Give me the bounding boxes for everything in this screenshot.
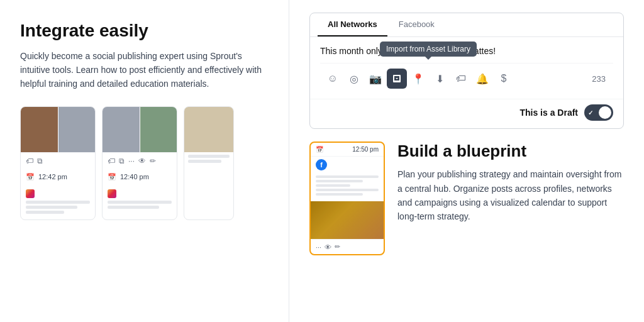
mobile-time: 12:50 pm: [352, 146, 379, 153]
mobile-eye-icon[interactable]: 👁: [325, 243, 331, 251]
post-card-2-image: [103, 107, 177, 152]
bottom-section: 📅 12:50 pm f ··· 👁 ✏: [309, 142, 624, 255]
post-card-1-actions: 🏷 ⧉: [21, 152, 95, 169]
ml4: [316, 189, 379, 191]
edit-icon-2[interactable]: ✏: [150, 157, 156, 165]
char-count: 233: [592, 74, 606, 84]
location-button[interactable]: 📍: [408, 69, 428, 89]
c3line1: [188, 155, 230, 158]
card3-img: [184, 107, 233, 152]
right-panel: All Networks Facebook This month only, e…: [289, 0, 644, 322]
mobile-more-icon[interactable]: ···: [316, 243, 321, 251]
card1-time: 12:42 pm: [38, 173, 67, 180]
camera-button[interactable]: 📷: [365, 69, 386, 89]
c3line2: [188, 160, 221, 163]
facebook-icon: f: [316, 159, 327, 170]
mobile-edit-icon[interactable]: ✏: [335, 243, 340, 251]
tab-all-networks[interactable]: All Networks: [318, 13, 387, 36]
mobile-cal-icon: 📅: [316, 146, 323, 153]
card1-img-left: [21, 107, 58, 152]
line2: [26, 206, 77, 209]
instagram-icon-1: [26, 189, 35, 198]
tag-icon-2[interactable]: 🏷: [108, 157, 115, 165]
copy-icon[interactable]: ⧉: [37, 157, 43, 165]
mention-button[interactable]: ◎: [344, 69, 364, 89]
card2-img-left: [103, 107, 140, 152]
post-card-1-image: [21, 107, 95, 152]
tab-facebook[interactable]: Facebook: [389, 13, 445, 36]
c2line1: [108, 201, 172, 204]
mobile-preview-header: 📅 12:50 pm: [311, 143, 384, 157]
toolbar-wrapper: Import from Asset Library ☺ ◎ 📷: [320, 63, 613, 94]
mobile-preview: 📅 12:50 pm f ··· 👁 ✏: [309, 142, 385, 255]
composer-toolbar: ☺ ◎ 📷 📍 ⬇ 🏷: [320, 63, 613, 94]
eye-icon-2[interactable]: 👁: [138, 157, 146, 165]
post-card-2-actions: 🏷 ⧉ ··· 👁 ✏: [103, 152, 177, 169]
post-card-3-image: [184, 107, 233, 152]
composer: All Networks Facebook This month only, e…: [309, 13, 624, 129]
more-icon-2[interactable]: ···: [128, 157, 135, 165]
tag-icon[interactable]: 🏷: [26, 157, 33, 165]
tag-button[interactable]: 🏷: [451, 69, 471, 89]
card2-img-right: [140, 107, 177, 152]
blueprint-body: Plan your publishing strategy and mainta…: [397, 167, 624, 224]
import-tooltip: Import from Asset Library: [380, 42, 477, 57]
card3-lines: [184, 152, 233, 167]
mobile-text-lines: [311, 172, 384, 201]
post-card-2: 🏷 ⧉ ··· 👁 ✏ 📅 12:40 pm: [102, 106, 177, 220]
copy-icon-2[interactable]: ⧉: [119, 157, 125, 165]
left-panel: Integrate easily Quickly become a social…: [0, 0, 289, 322]
card2-time: 12:40 pm: [120, 173, 149, 180]
instagram-icon-2: [108, 189, 116, 198]
composer-body: This month only, enjoy half-priced iced …: [310, 37, 623, 99]
draft-toggle[interactable]: ✓: [584, 104, 613, 121]
ml5: [316, 193, 363, 196]
ml1: [316, 175, 379, 178]
calendar-icon-2: 📅: [108, 173, 116, 181]
alarm-button[interactable]: 🔔: [472, 69, 492, 89]
c2line2: [108, 206, 159, 209]
line1: [26, 201, 90, 204]
left-body: Quickly become a social publishing exper…: [20, 49, 264, 91]
mobile-social-row: f: [311, 157, 384, 172]
mobile-footer-actions: ··· 👁 ✏: [311, 239, 384, 254]
card1-lines: [21, 185, 95, 219]
blueprint-section: Build a blueprint Plan your publishing s…: [397, 142, 624, 224]
toggle-check-icon: ✓: [588, 109, 593, 116]
import-button[interactable]: [387, 69, 407, 89]
line3: [26, 211, 64, 214]
card1-img-right: [58, 107, 96, 152]
left-heading: Integrate easily: [20, 20, 264, 42]
calendar-icon-1: 📅: [26, 173, 35, 181]
card2-lines: [103, 185, 177, 214]
post-card-3: [184, 106, 234, 220]
post-card-1-footer: 📅 12:42 pm: [21, 169, 95, 185]
blueprint-heading: Build a blueprint: [397, 142, 624, 161]
post-card-2-footer: 📅 12:40 pm: [103, 169, 177, 185]
mobile-post-image: [311, 201, 384, 239]
ml2: [316, 180, 363, 182]
dollar-button[interactable]: $: [494, 69, 514, 89]
download-button[interactable]: ⬇: [430, 69, 450, 89]
composer-draft: This is a Draft ✓: [310, 99, 623, 128]
cards-grid: 🏷 ⧉ 📅 12:42 pm 🏷: [20, 106, 264, 220]
mobile-image-overlay: [311, 201, 384, 239]
composer-tabs: All Networks Facebook: [310, 13, 623, 37]
ml3: [316, 184, 350, 187]
draft-label: This is a Draft: [519, 108, 578, 118]
post-card-1: 🏷 ⧉ 📅 12:42 pm: [20, 106, 96, 220]
